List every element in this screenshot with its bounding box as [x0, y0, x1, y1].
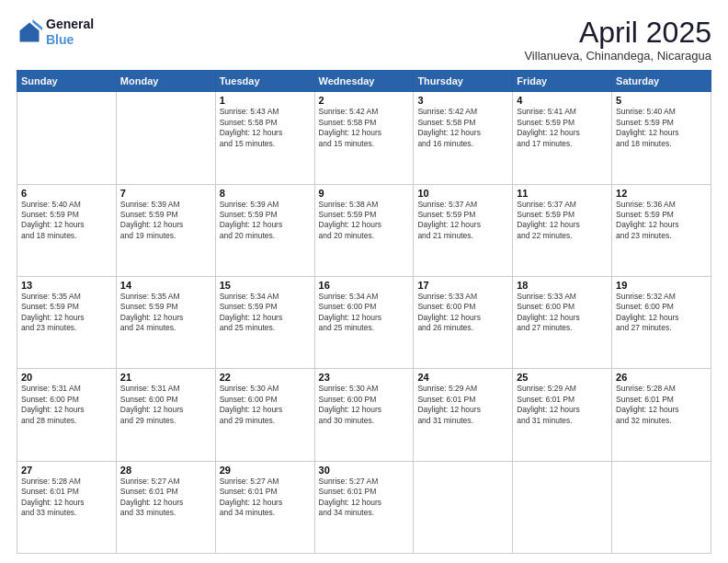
day-info: Sunrise: 5:42 AM Sunset: 5:58 PM Dayligh…: [319, 107, 410, 149]
day-info: Sunrise: 5:39 AM Sunset: 5:59 PM Dayligh…: [220, 200, 311, 242]
calendar-week-row: 27Sunrise: 5:28 AM Sunset: 6:01 PM Dayli…: [17, 461, 711, 553]
day-number: 27: [21, 465, 112, 476]
calendar-week-row: 20Sunrise: 5:31 AM Sunset: 6:00 PM Dayli…: [17, 369, 711, 461]
day-info: Sunrise: 5:27 AM Sunset: 6:01 PM Dayligh…: [220, 477, 311, 519]
header: General Blue April 2025 Villanueva, Chin…: [17, 17, 711, 63]
calendar-cell: 23Sunrise: 5:30 AM Sunset: 6:00 PM Dayli…: [314, 369, 414, 461]
day-info: Sunrise: 5:28 AM Sunset: 6:01 PM Dayligh…: [21, 477, 112, 519]
day-number: 22: [220, 372, 311, 383]
calendar-cell: 24Sunrise: 5:29 AM Sunset: 6:01 PM Dayli…: [414, 369, 513, 461]
day-info: Sunrise: 5:40 AM Sunset: 5:59 PM Dayligh…: [21, 200, 112, 242]
day-info: Sunrise: 5:30 AM Sunset: 6:00 PM Dayligh…: [220, 384, 311, 426]
day-info: Sunrise: 5:33 AM Sunset: 6:00 PM Dayligh…: [417, 292, 508, 334]
day-info: Sunrise: 5:27 AM Sunset: 6:01 PM Dayligh…: [120, 477, 211, 519]
page: General Blue April 2025 Villanueva, Chin…: [0, 0, 728, 563]
col-tuesday: Tuesday: [215, 71, 314, 92]
day-info: Sunrise: 5:38 AM Sunset: 5:59 PM Dayligh…: [319, 200, 410, 242]
day-number: 11: [517, 188, 608, 199]
calendar-week-row: 6Sunrise: 5:40 AM Sunset: 5:59 PM Daylig…: [17, 184, 711, 276]
col-wednesday: Wednesday: [314, 71, 414, 92]
day-info: Sunrise: 5:42 AM Sunset: 5:58 PM Dayligh…: [417, 107, 508, 149]
calendar-cell: 3Sunrise: 5:42 AM Sunset: 5:58 PM Daylig…: [414, 92, 513, 184]
calendar-cell: [116, 92, 215, 184]
day-number: 8: [220, 188, 311, 199]
day-info: Sunrise: 5:33 AM Sunset: 6:00 PM Dayligh…: [517, 292, 608, 334]
logo: General Blue: [17, 17, 94, 48]
calendar-table: Sunday Monday Tuesday Wednesday Thursday…: [17, 70, 711, 554]
calendar-cell: 5Sunrise: 5:40 AM Sunset: 5:59 PM Daylig…: [612, 92, 711, 184]
subtitle: Villanueva, Chinandega, Nicaragua: [524, 49, 711, 63]
col-friday: Friday: [513, 71, 612, 92]
day-info: Sunrise: 5:43 AM Sunset: 5:58 PM Dayligh…: [220, 107, 311, 149]
col-sunday: Sunday: [17, 71, 117, 92]
day-info: Sunrise: 5:34 AM Sunset: 5:59 PM Dayligh…: [220, 292, 311, 334]
day-info: Sunrise: 5:35 AM Sunset: 5:59 PM Dayligh…: [120, 292, 211, 334]
main-title: April 2025: [524, 17, 711, 49]
calendar-cell: 21Sunrise: 5:31 AM Sunset: 6:00 PM Dayli…: [116, 369, 215, 461]
calendar-week-row: 13Sunrise: 5:35 AM Sunset: 5:59 PM Dayli…: [17, 276, 711, 368]
calendar-cell: [513, 461, 612, 553]
day-info: Sunrise: 5:41 AM Sunset: 5:59 PM Dayligh…: [517, 107, 608, 149]
calendar-cell: 2Sunrise: 5:42 AM Sunset: 5:58 PM Daylig…: [314, 92, 414, 184]
calendar-cell: 17Sunrise: 5:33 AM Sunset: 6:00 PM Dayli…: [414, 276, 513, 368]
day-number: 1: [220, 95, 311, 106]
calendar-cell: 4Sunrise: 5:41 AM Sunset: 5:59 PM Daylig…: [513, 92, 612, 184]
day-number: 2: [319, 95, 410, 106]
day-number: 20: [21, 372, 112, 383]
calendar-cell: 1Sunrise: 5:43 AM Sunset: 5:58 PM Daylig…: [215, 92, 314, 184]
calendar-cell: 6Sunrise: 5:40 AM Sunset: 5:59 PM Daylig…: [17, 184, 117, 276]
day-info: Sunrise: 5:39 AM Sunset: 5:59 PM Dayligh…: [120, 200, 211, 242]
day-info: Sunrise: 5:30 AM Sunset: 6:00 PM Dayligh…: [319, 384, 410, 426]
calendar-cell: 16Sunrise: 5:34 AM Sunset: 6:00 PM Dayli…: [314, 276, 414, 368]
title-block: April 2025 Villanueva, Chinandega, Nicar…: [524, 17, 711, 63]
calendar-cell: 15Sunrise: 5:34 AM Sunset: 5:59 PM Dayli…: [215, 276, 314, 368]
day-number: 19: [616, 280, 707, 291]
calendar-cell: 30Sunrise: 5:27 AM Sunset: 6:01 PM Dayli…: [314, 461, 414, 553]
day-number: 24: [417, 372, 508, 383]
day-number: 6: [21, 188, 112, 199]
day-info: Sunrise: 5:36 AM Sunset: 5:59 PM Dayligh…: [616, 200, 707, 242]
calendar-cell: 22Sunrise: 5:30 AM Sunset: 6:00 PM Dayli…: [215, 369, 314, 461]
day-number: 30: [319, 465, 410, 476]
col-thursday: Thursday: [414, 71, 513, 92]
day-number: 29: [220, 465, 311, 476]
calendar-cell: [17, 92, 117, 184]
calendar-cell: 29Sunrise: 5:27 AM Sunset: 6:01 PM Dayli…: [215, 461, 314, 553]
calendar-cell: 19Sunrise: 5:32 AM Sunset: 6:00 PM Dayli…: [612, 276, 711, 368]
calendar-cell: [612, 461, 711, 553]
day-info: Sunrise: 5:29 AM Sunset: 6:01 PM Dayligh…: [517, 384, 608, 426]
day-number: 7: [120, 188, 211, 199]
calendar-cell: 18Sunrise: 5:33 AM Sunset: 6:00 PM Dayli…: [513, 276, 612, 368]
col-monday: Monday: [116, 71, 215, 92]
calendar-cell: 27Sunrise: 5:28 AM Sunset: 6:01 PM Dayli…: [17, 461, 117, 553]
calendar-cell: [414, 461, 513, 553]
day-number: 18: [517, 280, 608, 291]
day-number: 15: [220, 280, 311, 291]
day-info: Sunrise: 5:34 AM Sunset: 6:00 PM Dayligh…: [319, 292, 410, 334]
day-number: 16: [319, 280, 410, 291]
calendar-cell: 8Sunrise: 5:39 AM Sunset: 5:59 PM Daylig…: [215, 184, 314, 276]
col-saturday: Saturday: [612, 71, 711, 92]
day-info: Sunrise: 5:27 AM Sunset: 6:01 PM Dayligh…: [319, 477, 410, 519]
calendar-cell: 9Sunrise: 5:38 AM Sunset: 5:59 PM Daylig…: [314, 184, 414, 276]
logo-text: General Blue: [46, 17, 94, 48]
calendar-cell: 11Sunrise: 5:37 AM Sunset: 5:59 PM Dayli…: [513, 184, 612, 276]
day-number: 3: [417, 95, 508, 106]
calendar-cell: 14Sunrise: 5:35 AM Sunset: 5:59 PM Dayli…: [116, 276, 215, 368]
day-number: 25: [517, 372, 608, 383]
day-number: 26: [616, 372, 707, 383]
day-info: Sunrise: 5:37 AM Sunset: 5:59 PM Dayligh…: [517, 200, 608, 242]
day-number: 12: [616, 188, 707, 199]
day-info: Sunrise: 5:29 AM Sunset: 6:01 PM Dayligh…: [417, 384, 508, 426]
logo-icon: [17, 19, 42, 45]
day-info: Sunrise: 5:35 AM Sunset: 5:59 PM Dayligh…: [21, 292, 112, 334]
day-info: Sunrise: 5:40 AM Sunset: 5:59 PM Dayligh…: [616, 107, 707, 149]
day-number: 17: [417, 280, 508, 291]
day-info: Sunrise: 5:31 AM Sunset: 6:00 PM Dayligh…: [21, 384, 112, 426]
calendar-cell: 13Sunrise: 5:35 AM Sunset: 5:59 PM Dayli…: [17, 276, 117, 368]
day-number: 28: [120, 465, 211, 476]
calendar-cell: 25Sunrise: 5:29 AM Sunset: 6:01 PM Dayli…: [513, 369, 612, 461]
calendar-header-row: Sunday Monday Tuesday Wednesday Thursday…: [17, 71, 711, 92]
day-number: 23: [319, 372, 410, 383]
calendar-cell: 28Sunrise: 5:27 AM Sunset: 6:01 PM Dayli…: [116, 461, 215, 553]
